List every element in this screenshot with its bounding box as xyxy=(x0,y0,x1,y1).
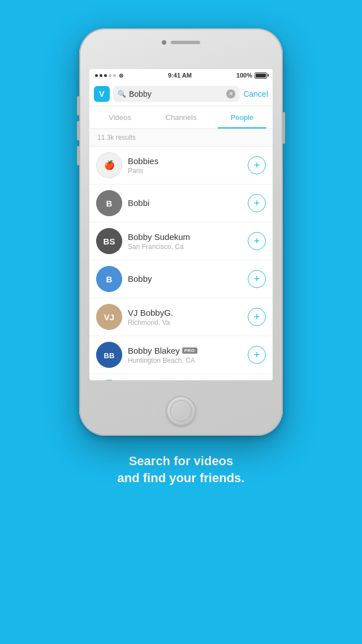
person-info: Bobby Sudekum San Francisco, Ca xyxy=(128,232,242,251)
svg-point-12 xyxy=(96,380,122,380)
signal-dot-3 xyxy=(104,74,107,77)
follow-button[interactable]: + xyxy=(248,232,266,250)
follow-button[interactable]: + xyxy=(248,194,266,212)
cancel-button[interactable]: Cancel xyxy=(243,89,268,98)
avatar: B xyxy=(96,266,122,292)
follow-button[interactable]: + xyxy=(248,308,266,326)
vimeo-logo: V xyxy=(94,86,110,102)
tab-people[interactable]: People xyxy=(212,106,273,128)
person-name: VJ BobbyG. xyxy=(128,308,242,317)
person-location: Richmond, Va xyxy=(128,319,242,327)
list-item: BS Bobby Sudekum San Francisco, Ca + xyxy=(89,222,273,260)
list-item: B Bobbi + xyxy=(89,184,273,222)
signal-dot-5 xyxy=(113,74,116,77)
follow-button[interactable]: + xyxy=(248,270,266,288)
battery-fill xyxy=(256,74,266,78)
status-time: 9:41 AM xyxy=(168,72,192,79)
search-bar: V 🔍 Bobby ✕ Cancel xyxy=(89,81,273,106)
battery-percent: 100% xyxy=(236,72,252,79)
battery-area: 100% xyxy=(236,72,267,79)
phone-shell: ⊜ 9:41 AM 100% V 🔍 Bobby ✕ xyxy=(79,28,283,436)
list-item: BB Bobby Blakey PRO Huntington Beach, CA… xyxy=(89,336,273,374)
avatar: BB xyxy=(96,342,122,368)
signal-dot-1 xyxy=(95,74,98,77)
person-location: Huntington Beach, CA xyxy=(128,357,242,364)
avatar: 🍎 xyxy=(96,152,122,178)
phone-speaker xyxy=(171,41,200,44)
people-list: 🍎 Bobbies Paris + B xyxy=(89,147,273,380)
avatar: VJ xyxy=(96,304,122,330)
search-query: Bobby xyxy=(129,89,223,98)
phone-top xyxy=(141,38,221,46)
follow-button[interactable]: + xyxy=(248,346,266,364)
signal-indicators: ⊜ xyxy=(95,72,123,79)
person-name: Bobby Sudekum xyxy=(128,232,242,242)
person-name: Bobby xyxy=(128,274,242,284)
svg-text:🍎: 🍎 xyxy=(104,160,115,170)
person-location: San Francisco, Ca xyxy=(128,243,242,251)
svg-text:B: B xyxy=(106,199,113,208)
person-info: Bobby xyxy=(128,274,242,285)
results-count: 11.3k results xyxy=(89,129,273,147)
battery-icon xyxy=(255,72,267,79)
list-item: B Bobbie + xyxy=(89,374,273,380)
person-location: Paris xyxy=(128,167,242,175)
person-info: Bobbies Paris xyxy=(128,156,242,175)
svg-text:BS: BS xyxy=(104,237,115,246)
list-item: 🍎 Bobbies Paris + xyxy=(89,147,273,184)
signal-dot-4 xyxy=(109,74,111,77)
search-icon: 🔍 xyxy=(118,90,126,98)
avatar: BS xyxy=(96,228,122,254)
follow-button[interactable]: + xyxy=(248,156,266,174)
avatar: B xyxy=(96,190,122,216)
search-input-wrap[interactable]: 🔍 Bobby ✕ xyxy=(113,86,240,102)
person-info: Bobby Blakey PRO Huntington Beach, CA xyxy=(128,346,242,364)
status-bar: ⊜ 9:41 AM 100% xyxy=(89,69,273,81)
home-button[interactable] xyxy=(166,396,196,426)
phone-camera xyxy=(162,40,166,45)
person-info: VJ BobbyG. Richmond, Va xyxy=(128,308,242,327)
tagline: Search for videosand find your friends. xyxy=(95,453,268,486)
avatar: B xyxy=(96,380,122,380)
signal-dot-2 xyxy=(100,74,102,77)
person-name: Bobby Blakey PRO xyxy=(128,346,242,355)
svg-text:BB: BB xyxy=(104,351,115,360)
home-button-ring xyxy=(170,400,192,422)
list-item: B Bobby + xyxy=(89,260,273,298)
tab-channels[interactable]: Channels xyxy=(150,106,212,128)
logo-letter: V xyxy=(99,89,104,98)
list-item: VJ VJ BobbyG. Richmond, Va + xyxy=(89,298,273,336)
tab-bar: Videos Channels People xyxy=(89,106,273,129)
person-name: Bobbies xyxy=(128,156,242,166)
svg-text:B: B xyxy=(106,274,113,284)
phone-wrapper: ⊜ 9:41 AM 100% V 🔍 Bobby ✕ xyxy=(79,28,283,436)
tab-videos[interactable]: Videos xyxy=(89,106,150,128)
pro-badge: PRO xyxy=(182,347,197,354)
wifi-icon: ⊜ xyxy=(119,72,123,79)
svg-text:VJ: VJ xyxy=(104,312,114,322)
clear-button[interactable]: ✕ xyxy=(226,89,235,98)
person-name: Bobbi xyxy=(128,198,242,208)
person-info: Bobbi xyxy=(128,198,242,209)
phone-screen: ⊜ 9:41 AM 100% V 🔍 Bobby ✕ xyxy=(89,69,273,380)
